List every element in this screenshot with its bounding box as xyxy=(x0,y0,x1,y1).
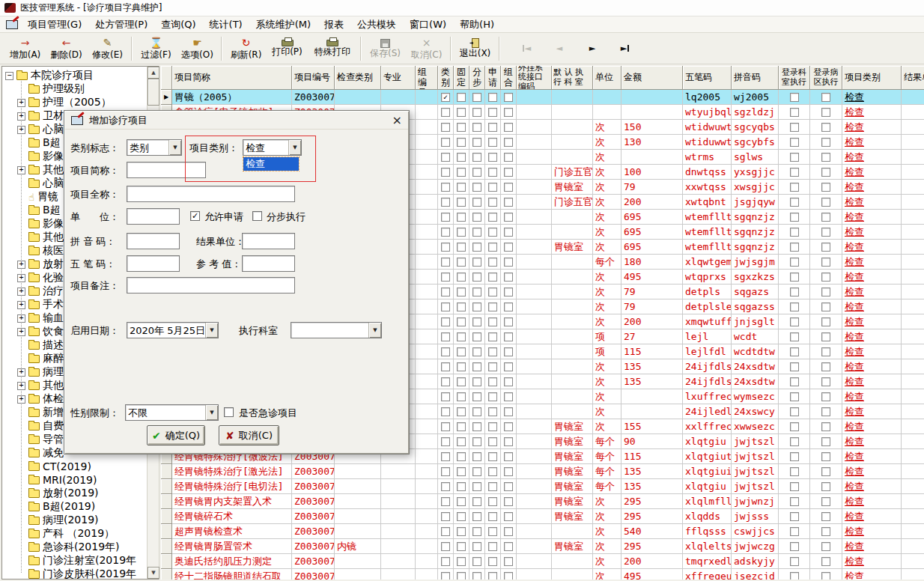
checkbox-cb_class[interactable] xyxy=(441,198,450,207)
nav-next-button[interactable]: ► xyxy=(581,40,604,57)
checkbox-cb_fixed[interactable] xyxy=(457,123,466,132)
cancel-button[interactable]: ✘ 取消(C) xyxy=(219,425,279,445)
checkbox-cb_class[interactable] xyxy=(441,497,450,506)
checkbox-cb_login_ward[interactable] xyxy=(821,302,830,311)
checkbox-cb_apply[interactable] xyxy=(488,512,497,521)
tree-expand-box[interactable]: + xyxy=(17,274,25,282)
checkbox-cb_class[interactable] xyxy=(441,123,450,132)
checkbox-cb_apply[interactable] xyxy=(488,437,497,446)
checkbox-cb_step[interactable] xyxy=(472,213,481,222)
checkbox-cb_login_dept[interactable] xyxy=(790,392,799,401)
checkbox-cb_fixed[interactable] xyxy=(457,542,466,551)
checkbox-cb_fixed[interactable] xyxy=(457,108,466,117)
checkbox-cb_class[interactable] xyxy=(441,527,450,536)
tree-item[interactable]: 产科 （2019） xyxy=(2,527,148,541)
checkbox-cb_fixed[interactable] xyxy=(457,572,466,580)
checkbox-cb_login_dept[interactable] xyxy=(790,213,799,222)
checkbox-cb_apply[interactable] xyxy=(488,362,497,371)
checkbox-cb_apply[interactable] xyxy=(488,123,497,132)
checkbox-cb_login_ward[interactable] xyxy=(821,168,830,177)
checkbox-cb_login_dept[interactable] xyxy=(790,482,799,491)
scroll-down-button[interactable]: ▼ xyxy=(148,567,159,579)
checkbox-cb_login_ward[interactable] xyxy=(821,407,830,416)
checkbox-cb_class[interactable] xyxy=(441,347,450,356)
checkbox-cb_apply[interactable] xyxy=(488,138,497,147)
checkbox-cb_fixed[interactable] xyxy=(457,362,466,371)
checkbox-cb_class[interactable] xyxy=(441,377,450,386)
checkbox-cb_login_ward[interactable] xyxy=(821,497,830,506)
checkbox-cb_fixed[interactable] xyxy=(457,317,466,326)
remark-input[interactable] xyxy=(127,277,295,293)
checkbox-cb_login_dept[interactable] xyxy=(790,123,799,132)
checkbox-cb_apply[interactable] xyxy=(488,317,497,326)
checkbox-cb_group[interactable] xyxy=(504,213,513,222)
checkbox-cb_apply[interactable] xyxy=(488,377,497,386)
checkbox-cb_fixed[interactable] xyxy=(457,512,466,521)
tree-expand-box[interactable]: + xyxy=(17,395,25,404)
checkbox-cb_fixed[interactable] xyxy=(457,557,466,566)
nav-first-button[interactable]: ◄ xyxy=(515,40,538,57)
checkbox-cb_login_dept[interactable] xyxy=(790,407,799,416)
checkbox-cb_step[interactable] xyxy=(472,392,481,401)
checkbox-cb_fixed[interactable] xyxy=(457,302,466,311)
checkbox-cb_apply[interactable] xyxy=(488,467,497,476)
menu-item[interactable]: 报表 xyxy=(317,16,350,33)
checkbox-cb_apply[interactable] xyxy=(488,527,497,536)
step-exec-checkbox[interactable] xyxy=(252,211,262,221)
checkbox-cb_class[interactable] xyxy=(441,228,450,237)
chevron-down-icon[interactable]: ▼ xyxy=(205,323,218,338)
chevron-down-icon[interactable]: ▼ xyxy=(205,405,218,420)
checkbox-cb_fixed[interactable] xyxy=(457,138,466,147)
checkbox-cb_login_dept[interactable] xyxy=(790,243,799,252)
checkbox-cb_group[interactable] xyxy=(504,288,513,296)
checkbox-cb_group[interactable] xyxy=(504,347,513,356)
wubi-input[interactable] xyxy=(127,255,180,272)
tree-item[interactable]: B超(2019) xyxy=(2,500,148,514)
tree-expand-box[interactable]: + xyxy=(17,382,25,390)
tree-expand-box[interactable]: + xyxy=(17,368,25,377)
checkbox-cb_step[interactable] xyxy=(472,258,481,267)
tree-item[interactable]: 病理(2019) xyxy=(2,514,148,527)
checkbox-cb_group[interactable] xyxy=(504,527,513,536)
checkbox-cb_group[interactable] xyxy=(504,138,513,147)
options-button[interactable]: ☛选项(O) xyxy=(177,34,218,63)
tree-item[interactable]: +护理（2005） xyxy=(2,96,148,109)
table-row[interactable]: 奥迪氏括约肌压力测定Z003007次200tmqrxedladskyjy检查 xyxy=(161,554,924,569)
checkbox-cb_login_ward[interactable] xyxy=(821,317,830,326)
result-unit-input[interactable] xyxy=(242,233,295,249)
checkbox-cb_group[interactable] xyxy=(504,557,513,566)
tree-expand-box[interactable]: + xyxy=(17,112,25,121)
checkbox-cb_login_dept[interactable] xyxy=(790,93,799,102)
checkbox-cb_fixed[interactable] xyxy=(457,332,466,341)
gender-limit-combo[interactable]: 不限 ▼ xyxy=(125,404,219,421)
checkbox-cb_login_ward[interactable] xyxy=(821,377,830,386)
checkbox-cb_apply[interactable] xyxy=(488,557,497,566)
checkbox-cb_fixed[interactable] xyxy=(457,347,466,356)
checkbox-cb_class[interactable] xyxy=(441,243,450,252)
checkbox-cb_apply[interactable] xyxy=(488,482,497,491)
checkbox-cb_group[interactable] xyxy=(504,482,513,491)
table-row[interactable]: 经胃镜碎石术Z003007胃镜室次295xlqddsjwjsss检查 xyxy=(161,509,924,524)
checkbox-cb_login_ward[interactable] xyxy=(821,467,830,476)
checkbox-cb_step[interactable] xyxy=(472,467,481,476)
table-row[interactable]: 经胃镜特殊治疗[电切法]Z003007胃镜室每个135xlqtgiujwjtsz… xyxy=(161,479,924,494)
checkbox-cb_login_ward[interactable] xyxy=(821,198,830,207)
checkbox-cb_fixed[interactable] xyxy=(457,243,466,252)
tree-item[interactable]: 放射(2019) xyxy=(2,487,148,500)
checkbox-cb_step[interactable] xyxy=(472,153,481,162)
checkbox-cb_login_ward[interactable] xyxy=(821,437,830,446)
checkbox-cb_login_dept[interactable] xyxy=(790,512,799,521)
checkbox-cb_class[interactable] xyxy=(441,258,450,267)
checkbox-cb_group[interactable] xyxy=(504,437,513,446)
table-row[interactable]: 经胃镜胃肠置管术Z003007内镜胃镜室次295xlqleltsjwjwczg检… xyxy=(161,539,924,554)
tree-expand-box[interactable]: + xyxy=(17,261,25,269)
checkbox-cb_step[interactable] xyxy=(472,407,481,416)
checkbox-cb_apply[interactable] xyxy=(488,392,497,401)
modify-button[interactable]: ✎修改(E) xyxy=(87,34,128,63)
checkbox-cb_step[interactable] xyxy=(472,108,481,117)
checkbox-cb_group[interactable] xyxy=(504,377,513,386)
checkbox-cb_class[interactable] xyxy=(441,557,450,566)
add-button[interactable]: →增加(A) xyxy=(4,34,46,63)
checkbox-cb_apply[interactable] xyxy=(488,93,497,102)
checkbox-cb_class[interactable] xyxy=(441,183,450,192)
